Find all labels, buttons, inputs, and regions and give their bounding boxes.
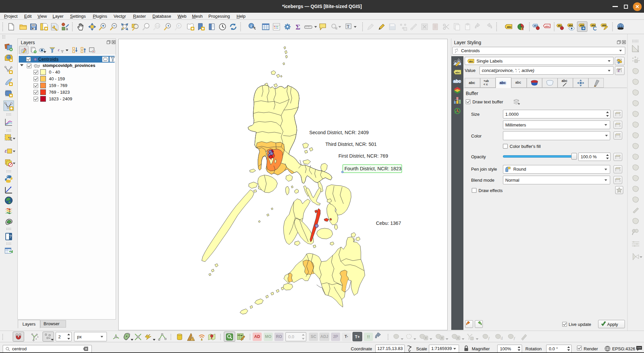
svg-text:abc: abc (455, 71, 460, 74)
svg-text:a: a (66, 27, 68, 31)
svg-text:abc: abc (580, 24, 584, 27)
svg-text:Second District, NCR: 2409: Second District, NCR: 2409 (309, 130, 369, 135)
svg-text:1:1: 1:1 (156, 25, 159, 27)
svg-text:Σ: Σ (296, 23, 300, 31)
svg-text:Third District, NCR: 501: Third District, NCR: 501 (325, 142, 377, 147)
svg-text:abc: abc (591, 24, 596, 27)
svg-text:abc: abc (602, 24, 606, 27)
svg-text:abc: abc (453, 79, 461, 84)
svg-text:abc: abc (545, 25, 550, 28)
svg-text:First District, NCR: 769: First District, NCR: 769 (338, 153, 388, 159)
svg-text:ab: ab (558, 24, 561, 27)
svg-text:ε: ε (58, 48, 60, 52)
svg-text:ε: ε (5, 148, 7, 154)
svg-text:T: T (347, 24, 349, 29)
svg-text:abc: abc (469, 60, 473, 63)
svg-text:Cebu: 1367: Cebu: 1367 (376, 220, 401, 226)
svg-text:?: ? (9, 234, 12, 239)
svg-text:abc: abc (569, 24, 573, 27)
svg-text:Fourth District, NCR: 1823: Fourth District, NCR: 1823 (344, 166, 401, 171)
svg-text:ab: ab (534, 24, 537, 27)
